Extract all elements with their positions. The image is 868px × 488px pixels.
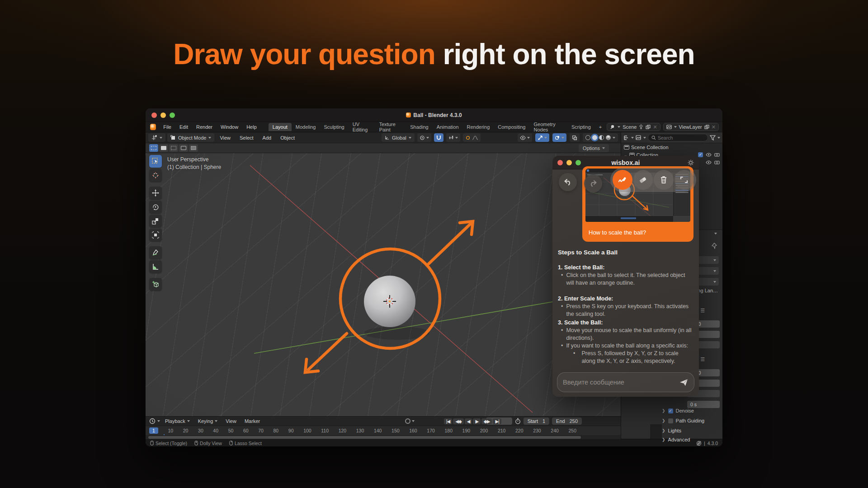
auto-keying-toggle[interactable] bbox=[405, 418, 415, 424]
preset-menu-icon[interactable]: ☰ bbox=[700, 357, 705, 362]
tab-layout[interactable]: Layout bbox=[269, 123, 292, 131]
search-input[interactable] bbox=[658, 135, 689, 141]
unlink-icon[interactable]: ✕ bbox=[653, 124, 657, 130]
expand-chevron-icon[interactable]: ❯ bbox=[662, 437, 665, 442]
collapse-chevron-icon[interactable] bbox=[714, 230, 717, 235]
menu-playback[interactable]: Playback bbox=[162, 418, 193, 424]
expand-chevron-icon[interactable]: ❯ bbox=[662, 428, 665, 433]
filter-mode-icon[interactable] bbox=[636, 135, 642, 141]
camera-icon[interactable] bbox=[714, 160, 720, 164]
eye-icon[interactable] bbox=[706, 153, 712, 157]
tool-scale[interactable] bbox=[149, 215, 162, 227]
pin-icon[interactable] bbox=[639, 124, 643, 130]
menu-file[interactable]: File bbox=[160, 123, 175, 131]
menu-tl-view[interactable]: View bbox=[222, 418, 240, 424]
tab-animation[interactable]: Animation bbox=[433, 123, 463, 131]
stopwatch-icon[interactable] bbox=[515, 418, 521, 424]
select-invert-button[interactable] bbox=[179, 144, 188, 152]
camera-icon[interactable] bbox=[714, 153, 720, 157]
end-frame-field[interactable]: End250 bbox=[552, 418, 582, 425]
shading-solid-button[interactable] bbox=[592, 135, 597, 140]
tab-modeling[interactable]: Modeling bbox=[292, 123, 320, 131]
pin-icon[interactable] bbox=[712, 243, 717, 249]
copy-icon[interactable] bbox=[704, 125, 709, 130]
snap-toggle[interactable] bbox=[434, 133, 443, 142]
draw-tool-button[interactable] bbox=[613, 170, 632, 190]
filter-icon[interactable] bbox=[710, 135, 716, 141]
menu-marker[interactable]: Marker bbox=[241, 418, 263, 424]
crop-tool-button[interactable] bbox=[675, 170, 694, 190]
gear-icon[interactable] bbox=[687, 159, 694, 166]
eye-icon[interactable] bbox=[706, 160, 712, 164]
menu-add[interactable]: Add bbox=[259, 134, 275, 141]
tab-geometry-nodes[interactable]: Geometry Nodes bbox=[529, 120, 567, 134]
denoise-toggle-row[interactable]: ❯ ✓ Denoise bbox=[662, 408, 722, 413]
path-guiding-toggle-row[interactable]: ❯ Path Guiding bbox=[662, 418, 722, 423]
tool-cursor[interactable] bbox=[149, 169, 162, 182]
gizmos-button[interactable] bbox=[535, 133, 549, 142]
prev-keyframe-button[interactable]: ◀◆ bbox=[453, 418, 463, 424]
tab-scripting[interactable]: Scripting bbox=[567, 123, 595, 131]
pivot-point-button[interactable] bbox=[417, 133, 431, 142]
viewlayer-selector[interactable]: ViewLayer ✕ bbox=[663, 123, 719, 131]
tab-shading[interactable]: Shading bbox=[406, 123, 432, 131]
menu-view[interactable]: View bbox=[216, 134, 234, 141]
checkbox-unchecked-icon[interactable] bbox=[668, 418, 673, 423]
expand-chevron-icon[interactable]: ❯ bbox=[662, 418, 665, 423]
select-subtract-button[interactable] bbox=[169, 144, 178, 152]
jump-to-start-button[interactable]: |◀ bbox=[444, 418, 452, 424]
eraser-tool-button[interactable] bbox=[633, 170, 653, 190]
menu-edit[interactable]: Edit bbox=[176, 123, 192, 131]
undo-button[interactable] bbox=[559, 173, 577, 191]
preset-menu-icon[interactable]: ☰ bbox=[700, 308, 705, 314]
next-keyframe-button[interactable]: ◆▶ bbox=[481, 418, 492, 424]
tool-measure[interactable] bbox=[149, 260, 162, 273]
menu-window[interactable]: Window bbox=[217, 123, 242, 131]
start-frame-field[interactable]: Start1 bbox=[524, 418, 549, 425]
tool-rotate[interactable] bbox=[149, 201, 162, 213]
blender-logo-icon[interactable] bbox=[150, 124, 156, 130]
menu-object[interactable]: Object bbox=[277, 134, 298, 141]
add-workspace-button[interactable]: + bbox=[595, 123, 606, 131]
checkbox-icon[interactable]: ✓ bbox=[698, 152, 703, 157]
clear-tool-button[interactable] bbox=[654, 170, 674, 190]
scene-selector[interactable]: Scene ✕ bbox=[607, 123, 660, 131]
3d-viewport[interactable]: User Perspective (1) Collection | Sphere bbox=[146, 153, 621, 416]
orientation-selector[interactable]: Global bbox=[382, 133, 415, 142]
snap-settings-button[interactable] bbox=[446, 133, 460, 142]
tool-move[interactable] bbox=[149, 187, 162, 199]
advanced-panel-row[interactable]: ❯ Advanced bbox=[662, 437, 722, 442]
expand-chevron-icon[interactable]: ❯ bbox=[662, 408, 665, 413]
shading-material-button[interactable] bbox=[599, 135, 604, 140]
menu-help[interactable]: Help bbox=[243, 123, 260, 131]
current-frame-indicator[interactable]: 1 bbox=[149, 427, 158, 434]
send-icon[interactable] bbox=[679, 378, 689, 386]
timeline-ruler[interactable]: 1 10 20 30 40 50 60 70 80 90 100 110 120… bbox=[146, 426, 621, 435]
display-mode-icon[interactable] bbox=[623, 135, 629, 141]
tab-sculpting[interactable]: Sculpting bbox=[320, 123, 348, 131]
time-limit-field[interactable]: 0 s bbox=[687, 401, 720, 408]
prev-frame-button[interactable]: ◀ bbox=[465, 418, 472, 424]
shading-rendered-button[interactable] bbox=[606, 135, 611, 140]
tool-add-cube[interactable] bbox=[149, 278, 162, 291]
tab-rendering[interactable]: Rendering bbox=[463, 123, 494, 131]
redo-button[interactable] bbox=[584, 174, 602, 192]
select-set-button[interactable] bbox=[149, 144, 158, 152]
jump-to-end-button[interactable]: ▶| bbox=[493, 418, 501, 424]
tool-select-box[interactable] bbox=[149, 155, 162, 168]
select-extend-button[interactable] bbox=[159, 144, 168, 152]
lights-panel-row[interactable]: ❯ Lights bbox=[662, 428, 722, 433]
proportional-editing-button[interactable] bbox=[463, 133, 481, 142]
checkbox-icon[interactable]: ✓ bbox=[668, 408, 673, 413]
remove-icon[interactable]: ✕ bbox=[712, 124, 716, 130]
editor-type-button[interactable] bbox=[148, 133, 165, 142]
message-input[interactable] bbox=[563, 379, 679, 386]
shading-wireframe-button[interactable] bbox=[585, 135, 590, 140]
overlays-button[interactable] bbox=[552, 133, 566, 142]
xray-toggle[interactable] bbox=[570, 133, 580, 142]
tab-texture-paint[interactable]: Texture Paint bbox=[375, 120, 406, 134]
menu-keying[interactable]: Keying bbox=[195, 418, 221, 424]
outliner-search[interactable] bbox=[648, 134, 708, 141]
play-button[interactable]: ▶ bbox=[473, 418, 481, 424]
visibility-button[interactable] bbox=[518, 133, 532, 142]
